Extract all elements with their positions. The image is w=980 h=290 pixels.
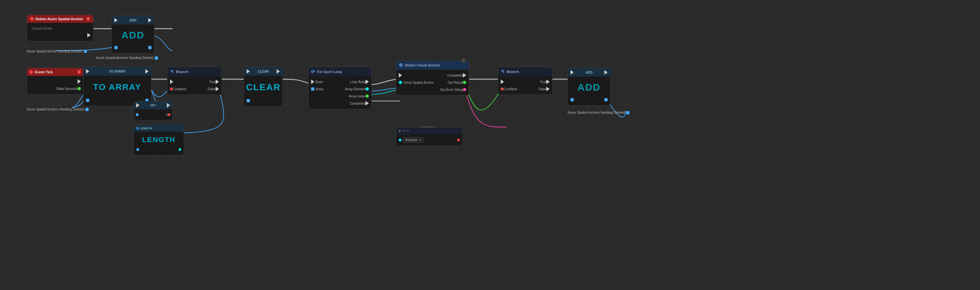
node-subtitle: Custom Event	[30, 27, 52, 30]
branch1-icon: ↰	[170, 69, 174, 74]
cloud-anchor-in-pin	[399, 81, 402, 84]
node-add-top: ADD ADD	[111, 16, 154, 53]
foreach-completed-row: Completed	[309, 100, 371, 107]
delta-seconds-row: Delta Seconds	[27, 85, 83, 92]
completed-pin	[463, 73, 466, 78]
completed-pin	[366, 101, 369, 105]
exec-out-pin	[277, 69, 280, 73]
anchors-right-label-text: Azure Spatial Anchors Needing Deleted	[568, 111, 625, 115]
delete-cloud-exec-row: Completed	[396, 72, 469, 79]
exec-out-pin	[605, 70, 608, 75]
anchors-right-pin	[626, 111, 630, 115]
delete-cloud-title: Delete Cloud Anchor	[405, 63, 440, 67]
false-exec-pin	[216, 87, 219, 91]
true-exec-pin	[216, 80, 219, 84]
false-exec-pin	[546, 87, 550, 91]
azure-anchor-label-text: Azure Spatial Anchor Needing Deleted	[27, 49, 83, 53]
length-in-pin	[137, 148, 139, 151]
exec-out-row	[27, 32, 93, 39]
branch1-header: ↰ Branch	[167, 67, 221, 76]
exec-in-pin	[115, 18, 118, 22]
event-tick-title: Event Tick	[35, 70, 53, 74]
false-label: False	[208, 87, 216, 91]
success-dropdown[interactable]: Success ▼	[402, 137, 424, 143]
exec-in-pin	[136, 103, 140, 108]
clear-header: CLEAR	[244, 67, 282, 76]
true-label: True	[540, 80, 546, 84]
foreach-icon: ⟳	[311, 69, 315, 74]
delta-seconds-label: Delta Seconds	[56, 87, 78, 91]
out-error-label: Out Error String	[440, 88, 463, 92]
anchors-needing-deleted-label-right: Azure Spatial Anchors Needing Deleted	[568, 111, 630, 115]
event-tick-header: Event Tick !	[27, 68, 83, 76]
branch1-exec-row: True	[167, 78, 221, 85]
anchors-array-pin	[155, 56, 158, 60]
exec-in-pin	[501, 80, 504, 84]
foreach-exec-row: Exec Loop Body	[309, 78, 371, 85]
success-row: Success ▼	[396, 136, 462, 144]
foreach-index-row: Array Index	[309, 92, 371, 100]
array-out-pin	[605, 98, 608, 101]
length-title: LENGTH	[140, 127, 152, 130]
anchors-label-bottom-text: Azure Spatial Anchors Needing Deleted	[27, 108, 84, 111]
add-bottom-big-label: ADD	[568, 78, 610, 96]
delete-cloud-header: ⚙ Delete Cloud Anchor ⏱	[396, 61, 469, 70]
clear-big-label: CLEAR	[244, 78, 282, 97]
branch1-title: Branch	[176, 70, 188, 73]
array-element-label: Array Element	[345, 87, 366, 91]
anchors-label-text: Azure Spatial Anchors Needing Deleted	[96, 56, 153, 60]
node-branch-2: ↰ Branch True Condition False	[498, 67, 552, 95]
delta-seconds-pin	[78, 87, 81, 90]
event-tick-icon	[29, 70, 33, 74]
anchors-needing-deleted-label-bottom: Azure Spatial Anchors Needing Deleted	[27, 108, 89, 111]
node-warning-icon: !	[86, 17, 90, 21]
delete-cloud-error-row: Out Error String	[396, 86, 469, 93]
success-dropdown-text: Success	[405, 138, 417, 142]
array-in-pin	[571, 98, 574, 101]
condition-label: Condition	[173, 87, 186, 91]
exec-out-pin	[145, 69, 149, 73]
exec-out-pin	[78, 79, 81, 84]
clear-array-row	[244, 97, 282, 104]
success-header: — —	[396, 127, 462, 134]
exec-in-pin	[247, 69, 250, 73]
to-array-title: TO ARRAY	[109, 70, 126, 73]
success-dot	[399, 130, 401, 132]
exec-label: Exec	[316, 80, 323, 84]
branch2-title: Branch	[507, 70, 519, 73]
array-in-pin	[86, 99, 89, 102]
set-in-pin	[136, 113, 138, 116]
success-dropdown-arrow: ▼	[418, 138, 422, 142]
add-bottom-header: ADD	[568, 68, 610, 76]
loop-body-pin	[366, 80, 369, 84]
node-add-top-title: ADD	[129, 19, 137, 22]
azure-anchor-label: Azure Spatial Anchor Needing Deleted	[27, 49, 87, 53]
clock-badge: ⏱	[461, 58, 466, 63]
anchors-needing-deleted-label-top: Azure Spatial Anchors Needing Deleted	[96, 56, 158, 60]
length-row	[134, 146, 184, 153]
node-for-each-loop: ⟳ For Each Loop Exec Loop Body Array Arr…	[308, 67, 372, 109]
event-icon	[30, 17, 34, 21]
add-big-label: ADD	[112, 26, 154, 44]
length-out-pin	[178, 148, 181, 151]
out-result-label: Out Result	[448, 81, 463, 84]
array-label: Array	[316, 87, 323, 91]
branch2-condition-row: Condition False	[498, 85, 552, 92]
delete-cloud-icon: ⚙	[399, 62, 403, 68]
node-add-top-header: ADD	[112, 16, 154, 24]
length-big-label: LENGTH	[134, 134, 184, 146]
true-label: True	[209, 80, 216, 84]
branch1-condition-row: Condition False	[167, 85, 221, 92]
condition-label: Condition	[503, 87, 517, 91]
delete-cloud-anchor-row: Cloud Spatial Anchor Out Result	[396, 79, 469, 86]
length-header: ⊞ LENGTH	[134, 125, 184, 132]
node-length: ⊞ LENGTH LENGTH	[134, 124, 184, 155]
branch2-exec-row: True	[498, 78, 552, 85]
clear-title: CLEAR	[258, 70, 269, 73]
node-success: — — Success ▼	[396, 127, 463, 146]
to-array-big-label: TO ARRAY	[83, 78, 151, 97]
loop-body-label: Loop Body	[350, 80, 366, 84]
node-branch-1: ↰ Branch True Condition False	[167, 67, 222, 95]
node-add-bottom: ADD ADD	[568, 68, 611, 105]
foreach-array-row: Array Array Element	[309, 85, 371, 92]
